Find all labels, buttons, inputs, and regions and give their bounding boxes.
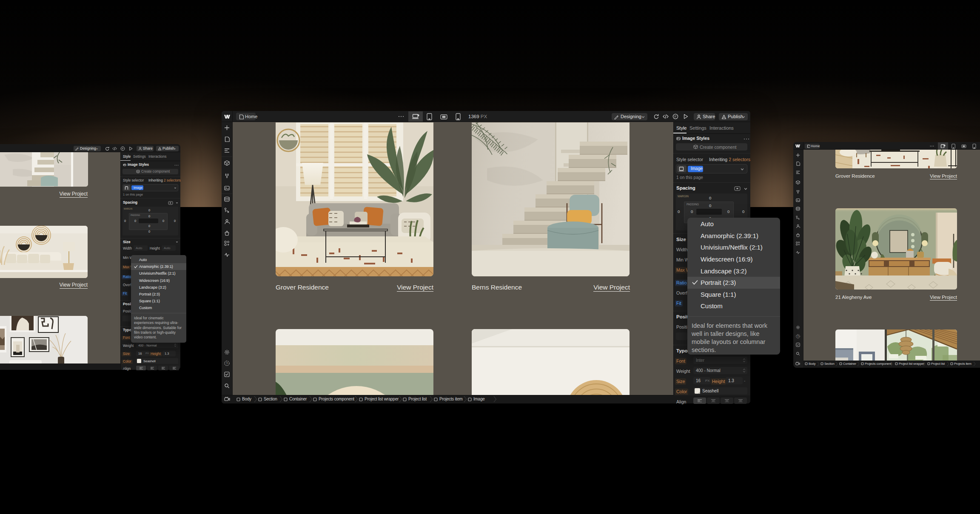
svg-text:?: ? [798, 335, 799, 338]
svg-text:?: ? [226, 362, 228, 365]
